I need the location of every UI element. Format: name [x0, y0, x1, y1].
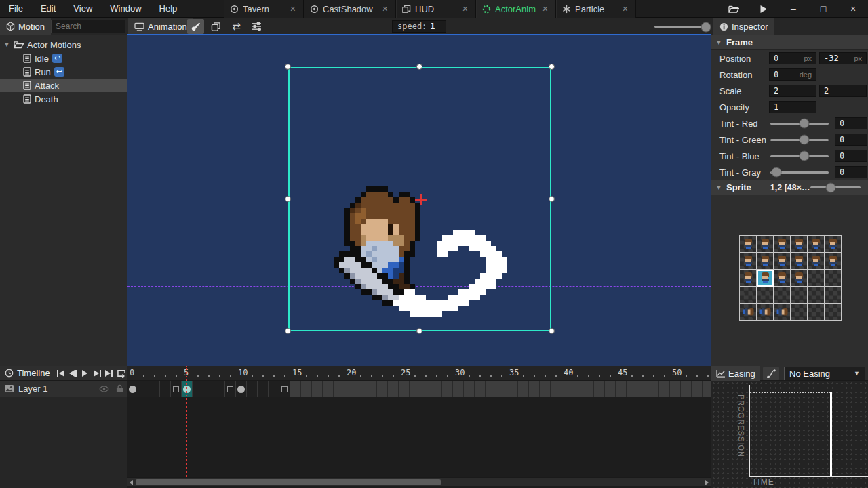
frame-cell-19[interactable] — [334, 381, 344, 397]
frame-cell-39[interactable] — [551, 381, 561, 397]
tint-red-field[interactable]: 0 — [835, 117, 867, 129]
menu-view[interactable]: View — [64, 0, 101, 18]
frame-cell-8[interactable] — [214, 381, 225, 397]
brush-tool-button[interactable] — [187, 19, 204, 34]
sheet-cell-0-2[interactable] — [774, 236, 791, 253]
sprite-zoom-slider[interactable] — [810, 186, 861, 188]
frame-cell-47[interactable] — [637, 381, 648, 397]
selection-handle-n[interactable] — [416, 64, 422, 70]
scale-x-field[interactable]: 2 — [769, 85, 816, 97]
sheet-cell-0-1[interactable] — [757, 236, 774, 253]
sheet-cell-1-1[interactable] — [757, 253, 774, 270]
sheet-cell-3-0[interactable] — [740, 287, 757, 304]
tab-animation[interactable]: Animation — [128, 18, 193, 35]
keyframe-track[interactable] — [127, 381, 711, 397]
sheet-cell-0-0[interactable] — [740, 236, 757, 253]
sheet-cell-1-4[interactable] — [808, 253, 825, 270]
tint-blue-slider[interactable] — [770, 155, 829, 157]
frame-cell-23[interactable] — [377, 381, 388, 397]
frame-cell-12[interactable] — [258, 381, 269, 397]
step-back-button[interactable] — [67, 367, 79, 380]
swap-tool-button[interactable]: ⇄ — [228, 19, 245, 34]
tint-gray-field[interactable]: 0 — [835, 166, 867, 178]
tint-green-slider[interactable] — [770, 139, 829, 141]
close-button[interactable]: × — [838, 0, 868, 18]
motion-item-idle[interactable]: Idle ↩ — [0, 52, 127, 65]
frame-cell-46[interactable] — [627, 381, 637, 397]
frame-cell-28[interactable] — [431, 381, 442, 397]
scroll-left-icon[interactable] — [128, 479, 134, 485]
selection-handle-w[interactable] — [285, 196, 291, 202]
tint-blue-field[interactable]: 0 — [835, 150, 867, 162]
sheet-cell-3-5[interactable] — [825, 287, 842, 304]
sheet-cell-4-5[interactable] — [825, 304, 842, 321]
selection-handle-sw[interactable] — [285, 328, 291, 334]
keyframe-hollow-icon[interactable] — [173, 386, 179, 392]
sheet-cell-2-3[interactable] — [791, 270, 808, 287]
sheet-cell-1-5[interactable] — [825, 253, 842, 270]
step-forward-button[interactable] — [91, 367, 103, 380]
frame-cell-10[interactable] — [236, 381, 247, 397]
tab-motion-panel[interactable]: Motion — [0, 18, 51, 35]
close-icon[interactable]: × — [540, 3, 550, 14]
sheet-cell-0-5[interactable] — [825, 236, 842, 253]
sheet-cell-2-5[interactable] — [825, 270, 842, 287]
frame-cell-38[interactable] — [540, 381, 551, 397]
open-folder-button[interactable] — [719, 0, 749, 18]
opacity-field[interactable]: 1 — [769, 101, 816, 113]
frame-cell-40[interactable] — [561, 381, 572, 397]
frame-cell-52[interactable] — [692, 381, 703, 397]
maximize-button[interactable]: □ — [808, 0, 838, 18]
tab-easing[interactable]: Easing — [711, 366, 760, 381]
menu-file[interactable]: File — [0, 0, 32, 18]
frame-cell-15[interactable] — [290, 381, 301, 397]
frame-cell-2[interactable] — [149, 381, 160, 397]
sheet-cell-3-2[interactable] — [774, 287, 791, 304]
frame-cell-3[interactable] — [160, 381, 171, 397]
tab-tavern[interactable]: Tavern × — [224, 0, 304, 18]
frame-cell-53[interactable] — [703, 381, 711, 397]
layer-row[interactable]: Layer 1 — [0, 381, 127, 397]
scroll-right-icon[interactable] — [704, 479, 710, 485]
skip-to-start-button[interactable] — [55, 367, 67, 380]
sheet-cell-4-4[interactable] — [808, 304, 825, 321]
slider-knob[interactable] — [799, 151, 809, 161]
frame-cell-6[interactable] — [193, 381, 203, 397]
frame-cell-51[interactable] — [681, 381, 692, 397]
frame-cell-27[interactable] — [420, 381, 431, 397]
chevron-down-icon[interactable]: ▼ — [715, 39, 722, 46]
frame-cell-24[interactable] — [388, 381, 399, 397]
frame-cell-17[interactable] — [312, 381, 323, 397]
tint-gray-slider[interactable] — [770, 171, 829, 174]
keyframe-icon[interactable] — [237, 386, 245, 393]
position-x-field[interactable]: 0px — [769, 52, 816, 64]
play-forward-button[interactable] — [79, 367, 91, 380]
motion-item-run[interactable]: Run ↩ — [0, 65, 127, 79]
keyframe-hollow-icon[interactable] — [281, 386, 288, 392]
motion-item-attack[interactable]: Attack — [0, 79, 127, 92]
frame-cell-18[interactable] — [323, 381, 334, 397]
loop-toggle-button[interactable] — [115, 367, 127, 380]
frame-cell-31[interactable] — [464, 381, 475, 397]
frame-cell-29[interactable] — [442, 381, 453, 397]
close-icon[interactable]: × — [380, 3, 390, 14]
frame-cell-49[interactable] — [659, 381, 670, 397]
slider-knob[interactable] — [771, 167, 781, 178]
frame-cell-33[interactable] — [486, 381, 496, 397]
frame-cell-41[interactable] — [572, 381, 583, 397]
canvas-zoom-slider[interactable] — [654, 26, 707, 28]
frame-cell-35[interactable] — [507, 381, 518, 397]
sheet-cell-3-3[interactable] — [791, 287, 808, 304]
frame-cell-4[interactable] — [171, 381, 182, 397]
frame-cell-34[interactable] — [496, 381, 507, 397]
selection-handle-ne[interactable] — [549, 64, 555, 70]
close-icon[interactable]: × — [460, 3, 470, 14]
scale-y-field[interactable]: 2 — [819, 85, 867, 97]
tab-actoranim[interactable]: ActorAnim × — [476, 0, 556, 18]
sheet-cell-1-3[interactable] — [791, 253, 808, 270]
frame-cell-0[interactable] — [127, 381, 138, 397]
frame-cell-44[interactable] — [605, 381, 616, 397]
frame-cell-22[interactable] — [366, 381, 377, 397]
sheet-cell-3-4[interactable] — [808, 287, 825, 304]
frame-cell-9[interactable] — [225, 381, 236, 397]
